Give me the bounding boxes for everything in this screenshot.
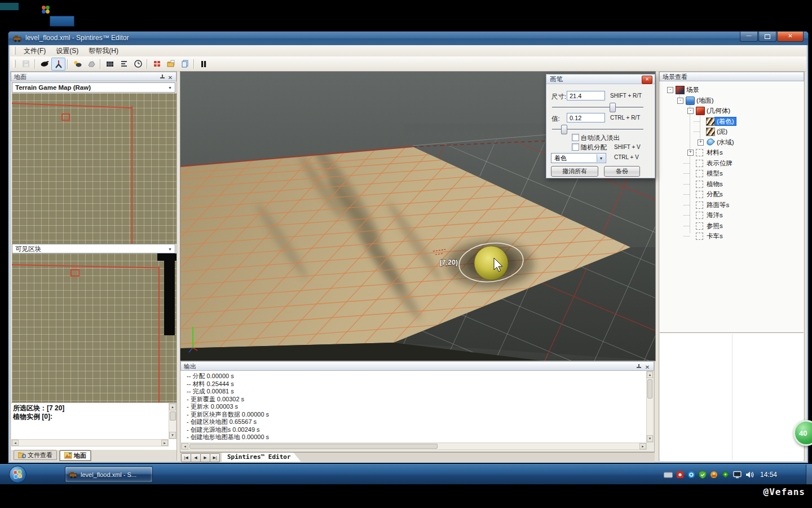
- tree-item-trucks[interactable]: 卡车s: [660, 231, 804, 242]
- maximize-button[interactable]: [758, 32, 776, 42]
- pause-button[interactable]: [196, 58, 210, 71]
- pin-icon[interactable]: [636, 364, 641, 369]
- expand-icon[interactable]: +: [687, 150, 694, 156]
- close-panel-icon[interactable]: ✕: [167, 73, 174, 82]
- menu-help[interactable]: 帮帮我(H): [83, 45, 123, 57]
- network-monitor-tray-icon[interactable]: [733, 471, 742, 479]
- scene-icon: [676, 86, 685, 94]
- undo-all-button[interactable]: 撤消所有: [551, 166, 598, 177]
- weather-button[interactable]: [70, 58, 84, 71]
- auto-fade-checkbox[interactable]: [572, 134, 579, 141]
- taskbar-task-button[interactable]: level_flood.xml - S...: [65, 466, 153, 483]
- tree-item-roads[interactable]: 路面等s: [660, 200, 804, 211]
- tree-item-scene[interactable]: - 场景: [660, 85, 804, 95]
- paint-brush-button[interactable]: [37, 58, 51, 71]
- close-button[interactable]: ✕: [777, 32, 804, 42]
- horizontal-scrollbar[interactable]: ◄ ►: [181, 443, 647, 450]
- value-slider-thumb[interactable]: [561, 125, 567, 134]
- copy-pages-button[interactable]: [178, 58, 192, 71]
- quick-launch-icon[interactable]: [41, 5, 51, 15]
- scroll-left-icon[interactable]: ◄: [182, 443, 188, 449]
- output-log[interactable]: -- 分配 0.00000 s -- 材料 0.25444 s -- 完成 0.…: [181, 371, 646, 443]
- weather-icon: [73, 59, 82, 68]
- nav-last-button[interactable]: ▶|: [210, 453, 220, 462]
- visible-blocks-dropdown[interactable]: 可见区块 ▼: [12, 244, 175, 253]
- title-bar[interactable]: level_flood.xml - Spintires™ Editor — ✕: [8, 32, 808, 45]
- save-button[interactable]: [19, 58, 33, 71]
- tree-item-materials[interactable]: + 材料s: [660, 147, 804, 158]
- document-tab[interactable]: Spintires™ Editor: [222, 453, 301, 462]
- collapse-icon[interactable]: -: [677, 98, 683, 104]
- menu-settings[interactable]: 设置(S): [51, 45, 83, 57]
- scrollbar-thumb[interactable]: [647, 379, 652, 398]
- vertical-scrollbar[interactable]: ▲ ▼: [169, 403, 176, 439]
- menu-file[interactable]: 文件(F): [19, 45, 51, 57]
- scroll-down-icon[interactable]: ▼: [169, 432, 176, 439]
- value-input[interactable]: [567, 113, 605, 122]
- brush-mode-dropdown[interactable]: 着色 ▼: [551, 153, 606, 163]
- expand-icon[interactable]: +: [698, 139, 704, 146]
- scroll-up-icon[interactable]: ▲: [647, 371, 653, 378]
- tree-item-shading[interactable]: (着色): [660, 116, 804, 127]
- tab-file-view[interactable]: 文件查看: [14, 450, 57, 460]
- minimize-button[interactable]: —: [740, 32, 758, 42]
- green-diamond-tray-icon[interactable]: [721, 470, 730, 479]
- brush-dialog-titlebar[interactable]: 画笔: [546, 75, 655, 84]
- start-button[interactable]: [9, 466, 27, 483]
- collapse-icon[interactable]: -: [667, 87, 673, 93]
- tab-ground[interactable]: 地面: [59, 450, 91, 461]
- blue-circle-tray-icon[interactable]: [687, 471, 695, 479]
- rock-button[interactable]: [84, 58, 98, 71]
- scroll-right-icon[interactable]: ►: [639, 443, 646, 449]
- nav-next-button[interactable]: ▶: [200, 453, 210, 462]
- list-view-button[interactable]: [117, 58, 131, 71]
- tree-item-geometry[interactable]: - (几何体): [660, 106, 804, 116]
- tree-item-plants[interactable]: 植物s: [660, 179, 804, 190]
- collapse-icon[interactable]: -: [687, 108, 694, 114]
- tree-item-mud[interactable]: (泥): [660, 126, 804, 137]
- random-assign-checkbox[interactable]: [572, 143, 579, 151]
- show-desktop-button[interactable]: [806, 465, 812, 484]
- axis-gizmo-button[interactable]: [51, 58, 65, 71]
- size-input[interactable]: [567, 91, 605, 100]
- red-tray-icon[interactable]: [676, 471, 684, 479]
- clock-button[interactable]: [131, 58, 145, 71]
- terrain-map-dropdown[interactable]: Terrain Game Map (Raw) ▼: [12, 82, 175, 93]
- vertical-scrollbar[interactable]: ▲ ▼: [646, 371, 654, 443]
- green-shield-tray-icon[interactable]: [699, 471, 707, 479]
- scroll-down-icon[interactable]: ▼: [647, 435, 653, 442]
- auto-fade-label: 自动淡入淡出: [581, 134, 620, 142]
- horizontal-scrollbar[interactable]: ◄ ►: [11, 439, 169, 446]
- tree-item-references[interactable]: 参照s: [660, 221, 804, 231]
- orange-tray-icon[interactable]: [710, 471, 718, 479]
- copy-pages-icon: [180, 59, 189, 68]
- nav-first-button[interactable]: |◀: [181, 453, 191, 462]
- scrollbar-thumb[interactable]: [189, 444, 438, 449]
- keyboard-tray-icon[interactable]: [664, 471, 673, 478]
- terrain-minimap[interactable]: [12, 93, 176, 244]
- size-slider[interactable]: [552, 107, 643, 108]
- size-slider-thumb[interactable]: [610, 103, 616, 112]
- nav-prev-button[interactable]: ◀: [191, 453, 201, 462]
- scroll-right-icon[interactable]: ►: [161, 440, 168, 446]
- shading-icon: [706, 117, 715, 126]
- tree-item-water[interactable]: + (水域): [660, 137, 804, 148]
- scrollbar-thumb[interactable]: [170, 411, 176, 421]
- open-folder-button[interactable]: [164, 58, 178, 71]
- taskbar-clock[interactable]: 14:54: [760, 471, 777, 479]
- block-grid-button[interactable]: [103, 58, 117, 71]
- brush-dialog-close-button[interactable]: ✕: [642, 76, 652, 84]
- package-button[interactable]: [149, 58, 164, 71]
- tree-item-ground[interactable]: - (地面): [660, 95, 804, 106]
- backup-button[interactable]: 备份: [604, 166, 640, 177]
- volume-tray-icon[interactable]: [745, 471, 754, 479]
- size-label: 尺寸:: [551, 93, 566, 101]
- tree-item-billboards[interactable]: 表示位牌: [660, 158, 804, 169]
- tree-item-distributions[interactable]: 分配s: [660, 189, 804, 200]
- scroll-left-icon[interactable]: ◄: [12, 440, 19, 446]
- scroll-up-icon[interactable]: ▲: [169, 404, 176, 410]
- visible-blocks-minimap[interactable]: [12, 253, 176, 402]
- tree-item-oceans[interactable]: 海洋s: [660, 210, 804, 221]
- pin-icon[interactable]: [160, 75, 165, 80]
- tree-item-models[interactable]: 模型s: [660, 168, 804, 179]
